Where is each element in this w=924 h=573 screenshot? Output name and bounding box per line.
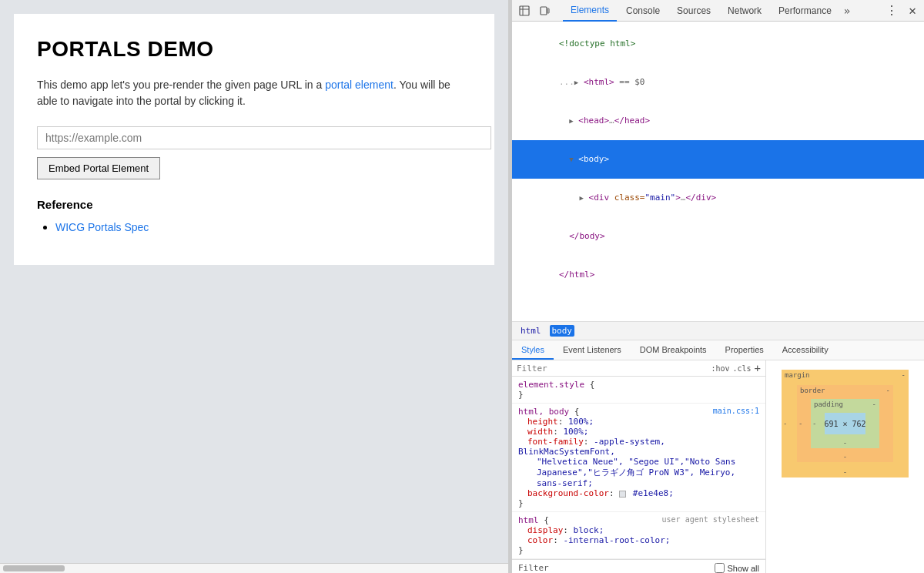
styles-filter-input[interactable] <box>517 364 708 374</box>
svg-rect-0 <box>520 6 529 15</box>
embed-portal-button[interactable]: Embed Portal Element <box>37 157 160 179</box>
rule-html-body: html, body { main.css:1 height: 100%; wi… <box>512 404 765 512</box>
selector-html-body: html, body <box>518 407 574 417</box>
inspect-icon[interactable] <box>515 2 534 20</box>
dom-line-doctype[interactable]: <!doctype html> <box>512 25 924 63</box>
dom-line-html-close[interactable]: </html> <box>512 256 924 294</box>
rule-close-line: } <box>518 390 759 400</box>
prop-bg-color: background-color: #e1e4e8; <box>518 488 759 498</box>
page-content: PORTALS DEMO This demo app let's you pre… <box>14 14 494 265</box>
reference-list: WICG Portals Spec <box>37 220 471 234</box>
selector-html: html <box>518 515 544 525</box>
dom-line-head[interactable]: ▶ <head>…</head> <box>512 102 924 140</box>
prop-font-family: font-family: -apple-system, BlinkMacSyst… <box>518 437 759 457</box>
border-label: border <box>800 387 825 394</box>
more-tabs-button[interactable]: » <box>841 5 853 17</box>
styles-tab-event-listeners[interactable]: Event Listeners <box>554 340 631 360</box>
rule-source-ua: user agent stylesheet <box>662 515 759 524</box>
padding-dash-b: - <box>843 439 847 447</box>
main-layout: PORTALS DEMO This demo app let's you pre… <box>0 0 924 573</box>
filter-label: Filter <box>518 563 549 573</box>
margin-dash-l: - <box>783 420 787 427</box>
hov-cls-row: :hov .cls + <box>711 362 761 374</box>
tab-console[interactable]: Console <box>618 0 668 22</box>
rule-selector-line: element.style { <box>518 380 759 390</box>
wicg-portals-link[interactable]: WICG Portals Spec <box>55 221 149 233</box>
cls-button[interactable]: .cls <box>732 364 751 373</box>
prop-font-family-2: "Helvetica Neue", "Segoe UI","Noto Sans <box>518 457 759 467</box>
devtools-close-icon[interactable]: ✕ <box>904 3 921 18</box>
rule-close-2: } <box>518 498 759 508</box>
rule-source-main[interactable]: main.css:1 <box>713 407 759 415</box>
show-all-checkbox[interactable] <box>715 563 725 573</box>
devtools-menu-icon[interactable]: ⋮ <box>881 3 902 18</box>
styles-tab-properties[interactable]: Properties <box>716 340 773 360</box>
show-all-text: Show all <box>727 564 759 573</box>
rule-html-ua: html { user agent stylesheet display: bl… <box>512 512 765 559</box>
border-dash-l: - <box>798 420 802 427</box>
styles-tab-accessibility[interactable]: Accessibility <box>773 340 838 360</box>
devtools-bottom: html body Styles Event Listeners DOM Bre… <box>512 322 924 573</box>
rule-element-style: element.style { } <box>512 377 765 404</box>
dom-breadcrumb: html body <box>512 322 924 340</box>
bg-color-swatch[interactable] <box>619 491 626 498</box>
device-icon[interactable] <box>535 2 554 20</box>
list-item: WICG Portals Spec <box>55 220 471 234</box>
box-model-pane: margin - - - border - - - <box>766 360 924 573</box>
svg-rect-4 <box>547 8 549 13</box>
border-dash-b: - <box>843 453 847 461</box>
doctype-text: <!doctype html> <box>559 39 635 49</box>
hov-button[interactable]: :hov <box>711 364 729 373</box>
bm-content-box: 691 × 762 <box>825 413 865 434</box>
dom-line-body-close[interactable]: </body> <box>512 217 924 256</box>
dom-line-div-main[interactable]: ▶ <div class="main">…</div> <box>512 179 924 217</box>
computed-filter-row: Filter Show all <box>512 559 765 573</box>
prop-height: height: 100%; <box>518 417 759 427</box>
page-description: This demo app let's you pre-render the g… <box>37 77 471 109</box>
portal-element-link[interactable]: portal element <box>325 79 393 91</box>
styles-and-box: :hov .cls + element.style { } <box>512 360 924 573</box>
border-dash-r: - <box>886 387 890 394</box>
content-size: 691 × 762 <box>824 420 865 428</box>
prop-font-family-3: Japanese","ヒラギノ角ゴ ProN W3", Meiryo, <box>518 467 759 478</box>
devtools-toolbar: Elements Console Sources Network Perform… <box>512 0 924 22</box>
svg-rect-3 <box>541 7 547 15</box>
dom-line-body[interactable]: ▼ <body> <box>512 140 924 179</box>
styles-tab-dom-breakpoints[interactable]: DOM Breakpoints <box>631 340 716 360</box>
dom-line-html[interactable]: ...▶ <html> == $0 <box>512 63 924 102</box>
box-model-diagram: margin - - - border - - - <box>782 370 909 478</box>
styles-tab-styles[interactable]: Styles <box>512 340 554 360</box>
bm-padding-box: padding - - - 691 × 762 <box>811 399 879 448</box>
prop-display: display: block; <box>518 525 759 535</box>
rule-close-3: } <box>518 545 759 555</box>
padding-dash-l: - <box>812 420 816 427</box>
rule-selector: element.style <box>518 380 590 390</box>
description-text-before: This demo app let's you pre-render the g… <box>37 79 325 91</box>
computed-filter-input[interactable] <box>554 563 711 573</box>
dom-inspector: <!doctype html> ...▶ <html> == $0 ▶ <hea… <box>512 22 924 322</box>
margin-label: margin <box>785 371 810 379</box>
viewport-scroll-thumb[interactable] <box>3 565 65 571</box>
breadcrumb-body[interactable]: body <box>550 325 575 337</box>
breadcrumb-html[interactable]: html <box>518 325 544 337</box>
padding-dash-r: - <box>872 400 876 408</box>
viewport-empty-area <box>0 279 508 563</box>
tab-sources[interactable]: Sources <box>669 0 718 22</box>
url-input[interactable] <box>37 126 491 149</box>
prop-width: width: 100%; <box>518 427 759 437</box>
styles-filter-row: :hov .cls + <box>512 360 765 377</box>
styles-pane: :hov .cls + element.style { } <box>512 360 766 573</box>
devtools-panel: Elements Console Sources Network Perform… <box>511 0 924 573</box>
tab-elements[interactable]: Elements <box>563 0 617 22</box>
tab-performance[interactable]: Performance <box>771 0 839 22</box>
viewport-scrollbar[interactable] <box>0 563 508 573</box>
page-title: PORTALS DEMO <box>37 37 471 62</box>
tab-network[interactable]: Network <box>720 0 769 22</box>
padding-label: padding <box>814 400 843 408</box>
margin-dash-b: - <box>843 468 847 476</box>
margin-dash-r: - <box>902 371 906 379</box>
show-all-label[interactable]: Show all <box>715 563 759 573</box>
add-style-button[interactable]: + <box>755 362 761 374</box>
styles-tabs: Styles Event Listeners DOM Breakpoints P… <box>512 340 924 360</box>
prop-font-family-4: sans-serif; <box>518 478 759 488</box>
